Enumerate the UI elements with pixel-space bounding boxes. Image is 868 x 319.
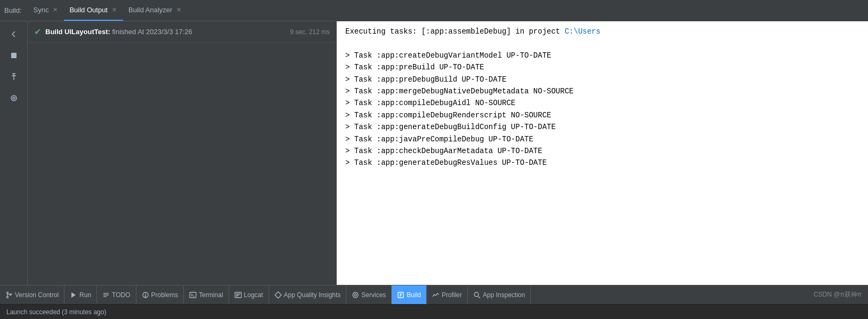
svg-point-24 [354, 294, 356, 296]
output-line-5: > Task :app:mergeDebugNativeDebugMetadat… [345, 85, 859, 97]
terminal-icon [189, 291, 197, 299]
tab-sync-label: Sync [34, 6, 49, 14]
output-line-2: > Task :app:createDebugVariantModel UP-T… [345, 50, 859, 61]
build-list-panel: ✔ Build UILayoutTest: finished At 2023/3… [28, 21, 337, 285]
svg-point-23 [353, 292, 358, 298]
services-label: Services [361, 291, 386, 299]
warning-icon [142, 291, 149, 299]
tab-sync-close[interactable]: ✕ [52, 6, 59, 14]
output-line-3: > Task :app:preBuild UP-TO-DATE [345, 61, 859, 73]
svg-point-29 [474, 292, 478, 297]
svg-marker-22 [275, 292, 281, 298]
terminal-label: Terminal [199, 291, 223, 299]
problems-label: Problems [151, 291, 179, 299]
status-app-quality-insights[interactable]: App Quality Insights [269, 285, 347, 304]
project-link[interactable]: C:\Users [565, 27, 601, 36]
svg-rect-0 [11, 53, 17, 58]
profiler-icon [432, 291, 440, 299]
output-line-6: > Task :app:compileDebugAidl NO-SOURCE [345, 97, 859, 109]
status-services[interactable]: Services [346, 285, 392, 304]
build-item[interactable]: ✔ Build UILayoutTest: finished At 2023/3… [28, 21, 336, 43]
svg-point-15 [145, 296, 145, 296]
tab-build-output[interactable]: Build Output ✕ [64, 1, 123, 21]
sidebar-back-icon[interactable] [5, 26, 22, 43]
todo-label: TODO [112, 291, 130, 299]
svg-point-5 [13, 97, 15, 99]
tab-build-output-label: Build Output [69, 6, 108, 14]
bottom-message-bar: Launch succeeded (3 minutes ago) [0, 304, 868, 319]
status-run[interactable]: Run [64, 285, 97, 304]
output-line-8: > Task :app:generateDebugBuildConfig UP-… [345, 121, 859, 133]
svg-point-6 [7, 292, 9, 293]
sidebar-pin-icon[interactable] [5, 68, 22, 85]
build-item-project: Build UILayoutTest: [45, 28, 112, 36]
success-icon: ✔ [34, 27, 41, 37]
tab-sync[interactable]: Sync ✕ [28, 1, 64, 21]
play-icon [70, 291, 77, 299]
tab-build-output-close[interactable]: ✕ [111, 6, 118, 14]
status-version-control[interactable]: Version Control [0, 285, 64, 304]
svg-rect-16 [190, 292, 196, 298]
build-label: Build: [4, 6, 22, 14]
status-todo[interactable]: TODO [97, 285, 136, 304]
list-icon [102, 291, 110, 299]
output-line-blank [345, 37, 859, 49]
status-logcat[interactable]: Logcat [229, 285, 269, 304]
services-icon [352, 291, 359, 299]
svg-point-7 [7, 296, 9, 298]
left-sidebar [0, 21, 28, 285]
logcat-label: Logcat [244, 291, 263, 299]
status-build[interactable]: Build [392, 285, 427, 304]
status-app-inspection[interactable]: App Inspection [468, 285, 531, 304]
launch-status-text: Launch succeeded (3 minutes ago) [6, 308, 106, 316]
diamond-icon [274, 291, 282, 299]
svg-line-30 [478, 296, 480, 298]
build-item-text: Build UILayoutTest: finished At 2023/3/3… [45, 28, 192, 36]
version-control-label: Version Control [15, 291, 59, 299]
build-label: Build [407, 291, 421, 299]
tab-bar: Build: Sync ✕ Build Output ✕ Build Analy… [0, 0, 868, 21]
build-icon [397, 291, 404, 299]
output-line-7: > Task :app:compileDebugRenderscript NO-… [345, 109, 859, 121]
sidebar-stop-icon[interactable] [5, 47, 22, 64]
app-quality-insights-label: App Quality Insights [284, 291, 341, 299]
output-line-4: > Task :app:preDebugBuild UP-TO-DATE [345, 74, 859, 85]
inspection-icon [473, 291, 481, 299]
tab-build-analyzer[interactable]: Build Analyzer ✕ [123, 1, 188, 21]
profiler-label: Profiler [442, 291, 462, 299]
status-bar-right-text: CSDN @π获神π [807, 290, 868, 299]
run-label: Run [79, 291, 91, 299]
build-item-duration: 9 sec, 212 ms [290, 28, 330, 36]
status-profiler[interactable]: Profiler [427, 285, 468, 304]
output-line-9: > Task :app:javaPreCompileDebug UP-TO-DA… [345, 133, 859, 145]
sidebar-filter-icon[interactable] [5, 90, 22, 107]
output-line-10: > Task :app:checkDebugAarMetadata UP-TO-… [345, 145, 859, 157]
branch-icon [5, 291, 13, 299]
status-problems[interactable]: Problems [136, 285, 184, 304]
output-line-11: > Task :app:generateDebugResValues UP-TO… [345, 157, 859, 169]
output-panel[interactable]: Executing tasks: [:app:assembleDebug] in… [337, 21, 868, 285]
svg-point-4 [11, 95, 17, 101]
tab-build-analyzer-close[interactable]: ✕ [175, 6, 182, 14]
app-inspection-label: App Inspection [483, 291, 525, 299]
status-terminal[interactable]: Terminal [184, 285, 229, 304]
tab-build-analyzer-label: Build Analyzer [128, 6, 172, 14]
status-bar: Version Control Run TODO Problems Termin… [0, 285, 868, 304]
svg-marker-9 [71, 292, 76, 298]
main-content: ✔ Build UILayoutTest: finished At 2023/3… [0, 21, 868, 285]
output-line-1: Executing tasks: [:app:assembleDebug] in… [345, 26, 859, 37]
logcat-icon [234, 291, 242, 299]
